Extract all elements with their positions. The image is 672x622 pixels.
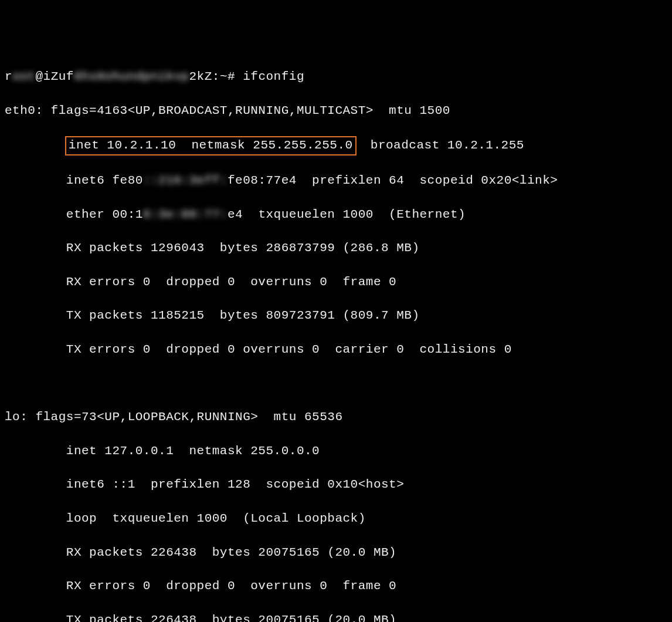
terminal-line: TX packets 1185215 bytes 809723791 (809.… [5,307,667,324]
terminal-line: RX errors 0 dropped 0 overruns 0 frame 0 [5,578,667,595]
highlight-box: inet 10.2.1.10 netmask 255.255.255.0 [65,136,357,156]
terminal-line [5,376,667,393]
terminal-line: RX packets 1296043 bytes 286873799 (286.… [5,240,667,257]
terminal-line: inet6 ::1 prefixlen 128 scopeid 0x10<hos… [5,476,667,493]
terminal-line: lo: flags=73<UP,LOOPBACK,RUNNING> mtu 65… [5,409,667,426]
terminal-line: TX packets 226438 bytes 20075165 (20.0 M… [5,612,667,622]
terminal-line: RX errors 0 dropped 0 overruns 0 frame 0 [5,274,667,291]
terminal-line: inet 10.2.1.10 netmask 255.255.255.0 bro… [5,136,667,156]
redacted-text: ::216:3eff: [143,173,228,190]
terminal-line: inet 127.0.0.1 netmask 255.0.0.0 [5,443,667,460]
terminal-line: RX packets 226438 bytes 20075165 (20.0 M… [5,545,667,562]
terminal-line: eth0: flags=4163<UP,BROADCAST,RUNNING,MU… [5,103,667,120]
terminal-line: root@iZuf6hs8ohundpnikvp2kZ:~# ifconfig [5,69,667,86]
terminal-line: ether 00:16:3e:08:77:e4 txqueuelen 1000 … [5,207,667,224]
terminal-line: TX errors 0 dropped 0 overruns 0 carrier… [5,342,667,359]
redacted-text: 6:3e:08:77: [143,207,228,224]
redacted-text: 6hs8ohundpnikvp [74,69,189,86]
terminal-line: inet6 fe80::216:3eff:fe08:77e4 prefixlen… [5,173,667,190]
terminal-line: loop txqueuelen 1000 (Local Loopback) [5,511,667,528]
redacted-text: oot [12,69,35,86]
